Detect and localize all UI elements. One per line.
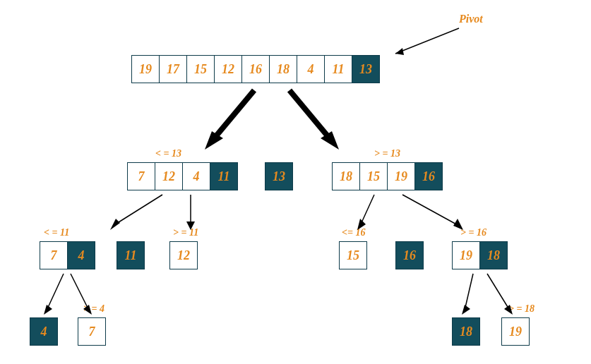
label-l1-right: > = 13	[374, 148, 400, 159]
array-cell: 16	[414, 162, 443, 190]
array-cell: 19	[501, 317, 530, 346]
array-l2-lmid: 11	[117, 241, 145, 269]
array-cell: 18	[269, 55, 297, 83]
array-cell: 12	[169, 241, 198, 269]
svg-marker-15	[44, 305, 52, 315]
svg-marker-3	[205, 131, 223, 150]
svg-marker-19	[462, 305, 470, 315]
array-l2-lright: 12	[169, 241, 198, 269]
array-cell: 15	[339, 241, 367, 269]
svg-line-12	[402, 195, 459, 226]
label-l2-lleft: < = 11	[44, 227, 69, 238]
array-cell: 7	[127, 162, 155, 190]
label-l3-rrright: > = 18	[508, 303, 535, 315]
array-cell: 12	[214, 55, 242, 83]
svg-line-20	[487, 274, 510, 310]
array-cell: 7	[40, 241, 68, 269]
array-l3-llright: 7	[78, 317, 106, 346]
array-cell: 13	[265, 162, 293, 190]
label-l2-lright: > = 11	[173, 227, 198, 238]
array-cell: 11	[210, 162, 238, 190]
array-cell: 12	[155, 162, 183, 190]
label-l3-llright: > = 4	[83, 303, 105, 315]
svg-line-4	[289, 90, 332, 141]
svg-line-2	[212, 90, 254, 141]
svg-marker-5	[321, 131, 339, 150]
array-cell: 4	[297, 55, 325, 83]
svg-line-6	[113, 195, 162, 226]
svg-marker-1	[395, 48, 404, 55]
array-cell: 16	[241, 55, 270, 83]
array-cell: 16	[395, 241, 424, 269]
svg-line-10	[360, 195, 374, 226]
array-cell: 4	[30, 317, 58, 346]
array-cell: 13	[352, 55, 380, 83]
array-l1-left: 712411	[127, 162, 238, 190]
array-cell: 17	[159, 55, 187, 83]
array-cell: 15	[359, 162, 388, 190]
label-l1-left: < = 13	[155, 148, 181, 159]
array-cell: 4	[182, 162, 210, 190]
label-l2-rright: > = 16	[460, 227, 486, 238]
array-l3-llleft: 4	[30, 317, 58, 346]
array-l1-mid: 13	[265, 162, 293, 190]
array-top: 19171512161841113	[131, 55, 380, 83]
array-cell: 15	[186, 55, 215, 83]
array-l2-lleft: 74	[40, 241, 95, 269]
array-l2-rmid: 16	[395, 241, 424, 269]
label-l2-rleft: <= 16	[342, 227, 365, 238]
svg-line-18	[465, 274, 473, 310]
svg-marker-7	[110, 219, 120, 230]
pivot-label: Pivot	[459, 13, 483, 25]
array-cell: 19	[387, 162, 415, 190]
svg-line-14	[47, 274, 64, 310]
array-l2-rright: 1918	[452, 241, 508, 269]
array-cell: 18	[479, 241, 508, 269]
array-cell: 18	[452, 317, 480, 346]
array-cell: 19	[452, 241, 480, 269]
array-cell: 11	[117, 241, 145, 269]
array-cell: 11	[324, 55, 352, 83]
array-l2-rleft: 15	[339, 241, 367, 269]
array-cell: 18	[332, 162, 360, 190]
array-cell: 4	[67, 241, 95, 269]
array-l3-rrleft: 18	[452, 317, 480, 346]
svg-line-0	[395, 28, 459, 54]
array-l1-right: 18151916	[332, 162, 443, 190]
array-cell: 7	[78, 317, 106, 346]
array-cell: 19	[131, 55, 160, 83]
array-l3-rrright: 19	[501, 317, 530, 346]
